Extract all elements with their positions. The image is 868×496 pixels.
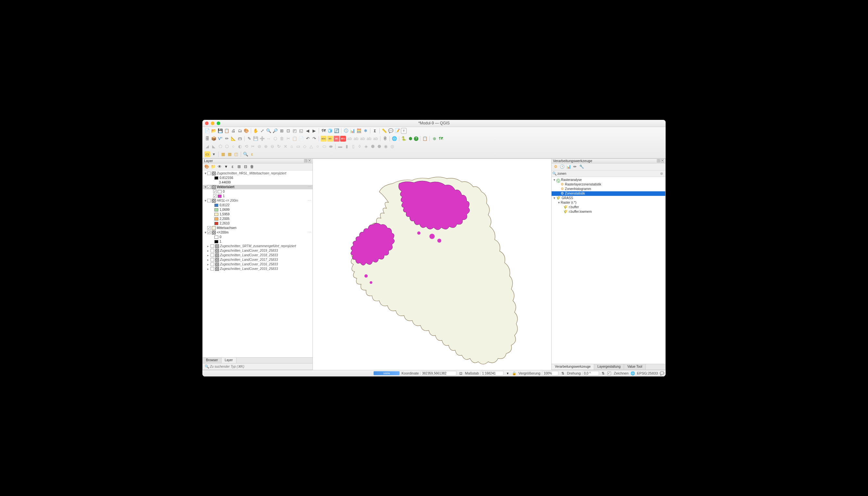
- deselect-icon[interactable]: ▦: [220, 151, 226, 157]
- layer-item[interactable]: Zugeschnitten_LandCover_2019_25833: [220, 249, 278, 252]
- attributes-icon[interactable]: 📊: [350, 128, 355, 134]
- expand-icon[interactable]: ⊞: [236, 164, 242, 169]
- label-toolbar-icon[interactable]: abc: [321, 136, 326, 142]
- statistics-icon[interactable]: Σ: [372, 128, 378, 134]
- collapse-icon[interactable]: ⊟: [243, 164, 248, 169]
- group-grass[interactable]: GRASS: [562, 196, 573, 200]
- database-icon[interactable]: 🛢: [382, 136, 388, 142]
- tab-processing[interactable]: Verarbeitungswerkzeuge: [552, 364, 594, 370]
- layer-item[interactable]: Zugeschnitten_LandCover_2018_25833: [220, 253, 278, 257]
- layer-item[interactable]: Zugeschnitten_SRTM_zusammengeführt_repro…: [220, 244, 296, 248]
- help-icon[interactable]: ?: [414, 136, 418, 141]
- coord-input[interactable]: [421, 371, 456, 375]
- history-icon[interactable]: 🕓: [559, 164, 564, 169]
- add-vector-icon[interactable]: V°: [217, 136, 223, 142]
- clipboard-icon[interactable]: 📋: [422, 136, 428, 142]
- layer-item[interactable]: Zugeschnitten_LandCover_2015_25833: [220, 267, 278, 270]
- new-map-view-icon[interactable]: 🗺: [321, 128, 326, 134]
- layer-item[interactable]: Zugeschnitten_LandCover_2017_25833: [220, 258, 278, 262]
- results-icon[interactable]: 📊: [566, 164, 571, 169]
- filter-legend-icon[interactable]: ▼: [223, 164, 229, 169]
- layer-hrsl[interactable]: Zugeschnitten_HRSL_Mittelsachsen_reproji…: [217, 171, 286, 175]
- redo-icon[interactable]: ↷: [311, 136, 317, 142]
- map-canvas[interactable]: [313, 158, 551, 370]
- rot-stepper-icon[interactable]: ⇅: [601, 371, 605, 375]
- pan-selection-icon[interactable]: ⤢: [259, 128, 265, 134]
- zoom-last-icon[interactable]: ◀: [305, 128, 311, 134]
- plugins-icon[interactable]: ⬢: [407, 136, 413, 142]
- save-project-icon[interactable]: 💾: [217, 128, 223, 134]
- panel-close-icon[interactable]: ✕: [661, 159, 664, 162]
- data-source-icon[interactable]: 🗄: [204, 136, 210, 142]
- group-rasteranalyse[interactable]: Rasteranalyse: [561, 178, 582, 182]
- more-icon[interactable]: ⋯: [308, 199, 311, 203]
- new-project-icon[interactable]: 📄: [204, 128, 210, 134]
- scale-input[interactable]: [481, 371, 503, 375]
- edit-in-place-icon[interactable]: ✏: [572, 164, 577, 169]
- render-checkbox[interactable]: [607, 372, 611, 375]
- remove-icon[interactable]: 🗑: [249, 164, 255, 169]
- panel-close-icon[interactable]: ✕: [308, 159, 311, 162]
- label-highlight-icon[interactable]: ab: [327, 136, 333, 142]
- processing-icon[interactable]: ❄: [362, 128, 368, 134]
- algo-rasterlayerzonenstatistik[interactable]: Rasterlayerzonenstatistik: [565, 183, 601, 186]
- locator-input[interactable]: [209, 364, 261, 369]
- open-project-icon[interactable]: 📂: [211, 128, 217, 134]
- messages-icon[interactable]: 💬: [660, 371, 664, 375]
- tab-layer-styling[interactable]: Layergestaltung: [594, 364, 624, 370]
- crs-icon[interactable]: 🌐: [631, 371, 635, 375]
- text-annotation-icon[interactable]: T: [401, 128, 407, 134]
- map-tips-icon[interactable]: 💬: [388, 128, 394, 134]
- more-icon[interactable]: ⋯: [308, 185, 311, 189]
- algo-zonenhistogramm[interactable]: Zonenhistogramm: [565, 187, 591, 191]
- save-as-icon[interactable]: 📋: [224, 128, 230, 134]
- osm-icon[interactable]: 🗺: [438, 136, 444, 142]
- style-icon[interactable]: 🎨: [204, 164, 209, 169]
- label-pin-icon[interactable]: abc: [340, 136, 346, 142]
- annotation-icon[interactable]: 📝: [394, 128, 400, 134]
- algo-rbufferlowmem[interactable]: r.buffer.lowmem: [569, 210, 591, 213]
- visibility-icon[interactable]: 👁: [217, 164, 222, 169]
- crs-value[interactable]: EPSG:25833: [637, 371, 658, 375]
- tab-layer[interactable]: Layer: [221, 358, 236, 363]
- extents-icon[interactable]: ⊡: [459, 371, 463, 375]
- mag-input[interactable]: [542, 371, 558, 375]
- algo-rbuffer[interactable]: r.buffer: [569, 205, 579, 209]
- invert-selection-icon[interactable]: ◫: [233, 151, 239, 157]
- zoom-next-icon[interactable]: ▶: [311, 128, 317, 134]
- select-all-icon[interactable]: ▩: [227, 151, 233, 157]
- zoom-layer-icon[interactable]: ◱: [298, 128, 304, 134]
- layer-mittelsachsen[interactable]: Mittelsachsen: [217, 226, 236, 230]
- select-features-icon[interactable]: ▭: [204, 151, 210, 157]
- layer-hrsl200[interactable]: HRSL<= 200m: [217, 199, 238, 202]
- lock-icon[interactable]: 🔒: [512, 371, 516, 375]
- processing-search-input[interactable]: [557, 171, 660, 176]
- field-calc-icon[interactable]: 🧮: [356, 128, 362, 134]
- more-icon[interactable]: ⋯: [308, 230, 311, 234]
- print-layout-icon[interactable]: 🖨: [230, 128, 236, 134]
- select-dropdown-icon[interactable]: ▾: [211, 151, 217, 157]
- processing-tree[interactable]: ▼ⓆRasteranalyse ⚙ Rasterlayerzonenstatis…: [552, 177, 665, 364]
- toggle-edit-icon[interactable]: ✎: [246, 136, 252, 142]
- panel-undock-icon[interactable]: ◫: [657, 159, 660, 162]
- layers-tree[interactable]: ▼Zugeschnitten_HRSL_Mittelsachsen_reproj…: [203, 171, 312, 357]
- add-group-icon[interactable]: 📁: [211, 164, 216, 169]
- rot-input[interactable]: [583, 371, 599, 375]
- georef-icon[interactable]: ⊕: [431, 136, 437, 142]
- panel-undock-icon[interactable]: ◫: [304, 159, 307, 162]
- scale-dropdown-icon[interactable]: ▾: [506, 371, 510, 375]
- algo-zonenstatistik[interactable]: Zonenstatistik: [565, 192, 585, 195]
- edit-icon[interactable]: ✏: [224, 136, 230, 142]
- expression-icon[interactable]: ε: [249, 151, 255, 157]
- filter-icon[interactable]: 🔍: [243, 151, 248, 157]
- web-icon[interactable]: 🌐: [391, 136, 397, 142]
- layer-lte200[interactable]: <=200m: [217, 231, 229, 234]
- new-3d-view-icon[interactable]: 🧊: [327, 128, 333, 134]
- identify-icon[interactable]: ⓘ: [343, 128, 349, 134]
- pan-icon[interactable]: ✋: [253, 128, 259, 134]
- new-virtual-icon[interactable]: 🗃: [237, 136, 243, 142]
- zoom-native-icon[interactable]: ⊞: [279, 128, 284, 134]
- expression-filter-icon[interactable]: ε: [230, 164, 235, 169]
- tab-value-tool[interactable]: Value Tool: [624, 364, 646, 370]
- layout-manager-icon[interactable]: 🗂: [237, 128, 243, 134]
